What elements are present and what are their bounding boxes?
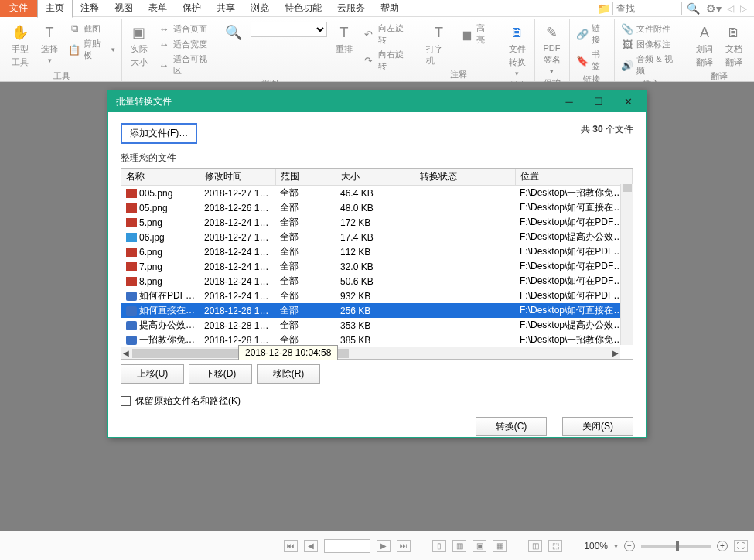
zoom-button[interactable]: 🔍: [221, 22, 246, 43]
col-header-1[interactable]: 修改时间: [200, 169, 275, 186]
menu-tab-2[interactable]: 视图: [107, 0, 141, 17]
bookmark-button[interactable]: 🔖书签: [575, 48, 610, 73]
menu-tab-5[interactable]: 共享: [209, 0, 243, 17]
page-first-icon[interactable]: ⏮: [284, 540, 298, 552]
zoom-out-button[interactable]: −: [624, 541, 635, 551]
menu-tab-0[interactable]: 主页: [37, 0, 73, 18]
table-row[interactable]: 如何在PDF…2018-12-24 1…全部932 KBF:\Desktop\如…: [121, 289, 633, 303]
page-next-icon[interactable]: ▶: [377, 540, 391, 552]
menu-tab-7[interactable]: 特色功能: [277, 0, 329, 17]
search-input[interactable]: [612, 2, 682, 15]
zoom-in-button[interactable]: +: [717, 541, 728, 551]
menu-file[interactable]: 文件: [0, 0, 37, 17]
table-row[interactable]: 6.png2018-12-24 1…全部112 KBF:\Desktop\如何在…: [121, 244, 633, 259]
add-file-button[interactable]: 添加文件(F)…: [121, 123, 197, 144]
menu-tab-8[interactable]: 云服务: [329, 0, 373, 17]
table-row[interactable]: 8.png2018-12-24 1…全部50.6 KBF:\Desktop\如何…: [121, 274, 633, 289]
remove-button[interactable]: 移除(R): [257, 364, 320, 384]
nav-next-icon[interactable]: ▷: [738, 3, 749, 14]
menu-tab-4[interactable]: 保护: [175, 0, 209, 17]
maximize-button[interactable]: ☐: [584, 92, 613, 111]
pdf-sign-icon: ✎: [543, 23, 561, 42]
ribbon-group-1: ▣实际大小↔适合页面↔适合宽度↔适合可视区🔍T重排↶向左旋转↷向右旋转视图: [122, 19, 418, 81]
rotate-right-button[interactable]: ↷向右旋转: [361, 48, 413, 73]
close-dialog-button[interactable]: 关闭(S): [562, 417, 633, 436]
cell: 全部: [275, 259, 336, 274]
view-cont-facing-icon[interactable]: ▦: [493, 540, 507, 552]
typewriter-button[interactable]: T打字机: [423, 22, 455, 68]
menu-tab-3[interactable]: 表单: [141, 0, 175, 17]
nav-prev-icon[interactable]: ◁: [725, 3, 736, 14]
word-translate-button[interactable]: A划词翻译: [692, 22, 717, 70]
menu-tab-6[interactable]: 浏览: [243, 0, 277, 17]
table-row[interactable]: 5.png2018-12-24 1…全部172 KBF:\Desktop\如何在…: [121, 215, 633, 230]
table-row[interactable]: 7.png2018-12-24 1…全部32.0 KBF:\Desktop\如何…: [121, 259, 633, 274]
cell: 2018-12-28 1…: [200, 318, 275, 333]
scroll-right-icon[interactable]: ▶: [612, 349, 619, 357]
zoom-dropdown-icon[interactable]: ▾: [614, 541, 618, 550]
keep-original-checkbox[interactable]: [121, 396, 131, 406]
vertical-scrollbar[interactable]: [620, 184, 633, 345]
zoom-slider[interactable]: [641, 545, 711, 548]
fit-page-button[interactable]: ↔适合页面: [156, 22, 217, 36]
file-attach-button[interactable]: 📎文件附件: [619, 22, 682, 36]
col-header-2[interactable]: 范围: [275, 169, 336, 186]
screenshot-icon: ⧉: [68, 22, 80, 35]
fit-width-button[interactable]: ↔适合宽度: [156, 37, 217, 51]
page-input[interactable]: [324, 539, 370, 553]
fullscreen-icon[interactable]: ⛶: [734, 540, 748, 552]
horizontal-scrollbar[interactable]: ◀ ▶: [121, 347, 620, 359]
cell: 提高办公效…: [121, 318, 200, 333]
file-convert-button[interactable]: 🗎文件转换▾: [505, 22, 530, 79]
col-header-0[interactable]: 名称: [121, 169, 200, 186]
actual-size-button[interactable]: ▣实际大小: [127, 22, 152, 70]
col-header-3[interactable]: 大小: [336, 169, 415, 186]
gear-icon[interactable]: ⚙▾: [705, 2, 723, 15]
link-button[interactable]: 🔗链接: [575, 22, 610, 46]
doc-translate-button[interactable]: 🗎文档翻译: [722, 22, 746, 70]
view-continuous-icon[interactable]: ▥: [452, 540, 466, 552]
audio-video-button[interactable]: 🔊音频 & 视频: [619, 53, 682, 77]
highlight-button[interactable]: ▆高亮: [459, 22, 495, 46]
view-single-icon[interactable]: ▯: [432, 540, 446, 552]
menu-bar: 文件 主页注释视图表单保护共享浏览特色功能云服务帮助 📁 🔍 ⚙▾ ◁ ▷: [0, 0, 754, 17]
table-row[interactable]: 提高办公效…2018-12-28 1…全部353 KBF:\Desktop\提高…: [121, 318, 633, 333]
textview-button[interactable]: T重排: [332, 22, 357, 56]
page-prev-icon[interactable]: ◀: [304, 540, 318, 552]
rotate-left-button[interactable]: ↶向左旋转: [361, 22, 413, 46]
scroll-left-icon[interactable]: ◀: [123, 349, 129, 357]
menu-tab-9[interactable]: 帮助: [373, 0, 407, 17]
close-button[interactable]: ✕: [613, 92, 643, 111]
col-header-4[interactable]: 转换状态: [415, 169, 515, 186]
pdf-sign-button[interactable]: ✎PDF签名▾: [540, 22, 565, 77]
layout-b-icon[interactable]: ⬚: [548, 540, 562, 552]
fit-visible-button[interactable]: ↔适合可视区: [156, 53, 217, 77]
col-header-5[interactable]: 位置: [515, 169, 633, 186]
image-annot-button[interactable]: 🖼图像标注: [619, 37, 682, 51]
layout-a-icon[interactable]: ◫: [528, 540, 542, 552]
zoom-select[interactable]: [251, 22, 327, 37]
page-last-icon[interactable]: ⏭: [397, 540, 411, 552]
convert-button[interactable]: 转换(C): [476, 417, 547, 436]
dialog-titlebar[interactable]: 批量转换文件 ─ ☐ ✕: [108, 90, 646, 112]
clipboard-button[interactable]: 📋剪贴板▾: [67, 37, 117, 62]
minimize-button[interactable]: ─: [554, 92, 584, 111]
audio-video-icon: 🔊: [621, 59, 633, 71]
menu-tab-1[interactable]: 注释: [73, 0, 107, 17]
cell: [415, 186, 515, 201]
folder-search-icon[interactable]: 📁: [595, 2, 611, 15]
table-row[interactable]: 一招教你免…2018-12-28 1…全部385 KBF:\Desktop\一招…: [121, 333, 633, 347]
hand-tool-button[interactable]: ✋手型工具: [8, 22, 32, 70]
cell: 172 KB: [336, 215, 415, 230]
cell: F:\Desktop\提高办公效…: [515, 230, 633, 244]
view-facing-icon[interactable]: ▣: [473, 540, 486, 552]
table-row[interactable]: 06.jpg2018-12-27 1…全部17.4 KBF:\Desktop\提…: [121, 230, 633, 244]
move-up-button[interactable]: 上移(U): [121, 364, 184, 384]
move-down-button[interactable]: 下移(D): [189, 364, 252, 384]
table-row[interactable]: 05.png2018-12-26 1…全部48.0 KBF:\Desktop\如…: [121, 200, 633, 215]
table-row[interactable]: 005.png2018-12-27 1…全部46.4 KBF:\Desktop\…: [121, 186, 633, 201]
select-button[interactable]: T选择▾: [37, 22, 62, 66]
search-icon[interactable]: 🔍: [684, 2, 703, 15]
table-row[interactable]: 如何直接在…2018-12-26 1…全部256 KBF:\Desktop\如何…: [121, 303, 633, 318]
screenshot-button[interactable]: ⧉截图: [67, 22, 117, 36]
